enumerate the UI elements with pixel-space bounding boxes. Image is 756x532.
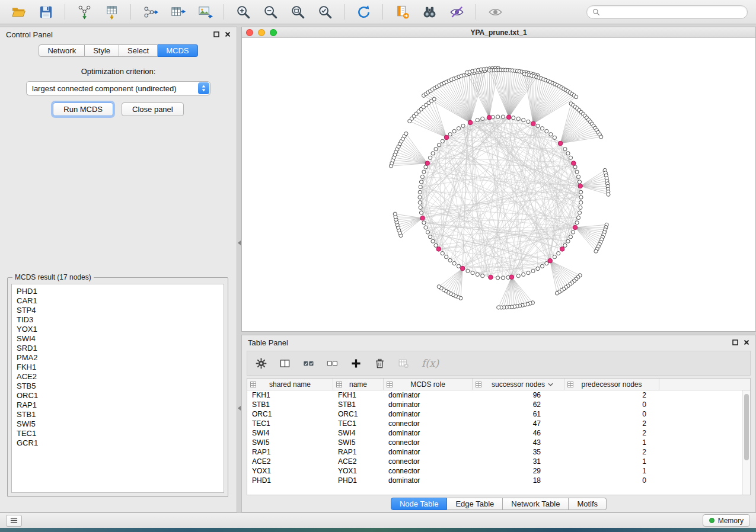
mcds-buttons: Run MCDS Close panel bbox=[0, 102, 237, 116]
tab-node-table[interactable]: Node Table bbox=[391, 498, 448, 510]
table-row[interactable]: STB1STB1dominator620 bbox=[247, 400, 742, 409]
cell-name: YOX1 bbox=[333, 467, 384, 475]
mcds-result-item[interactable]: PHD1 bbox=[12, 287, 224, 296]
zoom-fit-button[interactable] bbox=[285, 2, 310, 22]
column-header-successor-nodes[interactable]: successor nodes bbox=[473, 379, 564, 390]
mcds-result-item[interactable]: STB1 bbox=[12, 410, 224, 419]
zoom-out-button[interactable] bbox=[258, 2, 283, 22]
mcds-result-item[interactable]: CAR1 bbox=[12, 296, 224, 306]
table-row[interactable]: SWI4SWI4dominator462 bbox=[247, 428, 742, 438]
table-row[interactable]: PHD1PHD1dominator180 bbox=[247, 476, 742, 485]
criterion-dropdown[interactable]: largest connected component (undirected) bbox=[26, 81, 210, 95]
mcds-result-item[interactable]: TID3 bbox=[12, 315, 224, 325]
table-row[interactable]: ORC1ORC1dominator610 bbox=[247, 409, 742, 419]
import-network-icon bbox=[76, 4, 92, 20]
table-panel-header: Table Panel bbox=[242, 335, 755, 350]
cell-name: SWI5 bbox=[333, 438, 384, 447]
gear-icon[interactable] bbox=[256, 358, 267, 369]
mcds-result-item[interactable]: YOX1 bbox=[12, 325, 224, 334]
table-scrollbar[interactable] bbox=[742, 390, 750, 495]
mcds-result-item[interactable]: SRD1 bbox=[12, 344, 224, 353]
open-folder-button[interactable] bbox=[6, 2, 31, 22]
delete-row-icon[interactable] bbox=[374, 358, 385, 369]
tab-mcds[interactable]: MCDS bbox=[158, 44, 197, 57]
hide-eye-button[interactable] bbox=[444, 2, 469, 22]
share-document-button[interactable] bbox=[390, 2, 414, 22]
column-header-name[interactable]: name bbox=[333, 379, 384, 390]
mcds-result-item[interactable]: FKH1 bbox=[12, 363, 224, 372]
column-header-shared-name[interactable]: shared name bbox=[247, 379, 333, 390]
deselect-all-icon[interactable] bbox=[327, 358, 338, 369]
status-menu-button[interactable] bbox=[6, 515, 22, 527]
table-row[interactable]: TEC1TEC1connector472 bbox=[247, 419, 742, 428]
table-row[interactable]: RAP1RAP1dominator352 bbox=[247, 447, 742, 457]
save-button[interactable] bbox=[33, 2, 58, 22]
mcds-result-item[interactable]: STP4 bbox=[12, 306, 224, 315]
add-row-icon[interactable] bbox=[350, 358, 362, 369]
mcds-result-list[interactable]: PHD1CAR1STP4TID3YOX1SWI4SRD1PMA2FKH1ACE2… bbox=[11, 284, 224, 493]
zoom-out-icon bbox=[263, 4, 279, 20]
tab-style[interactable]: Style bbox=[85, 44, 119, 57]
search-input[interactable] bbox=[603, 8, 742, 16]
zoom-in-button[interactable] bbox=[231, 2, 256, 22]
vertical-splitter[interactable] bbox=[237, 27, 241, 512]
export-table-button[interactable] bbox=[165, 2, 190, 22]
network-view[interactable] bbox=[242, 38, 755, 331]
mcds-result-item[interactable]: SWI5 bbox=[12, 419, 224, 429]
tab-edge-table[interactable]: Edge Table bbox=[447, 498, 503, 510]
memory-button[interactable]: Memory bbox=[703, 514, 750, 527]
scrollbar-thumb[interactable] bbox=[744, 394, 749, 460]
table-row[interactable]: FKH1FKH1dominator962 bbox=[247, 390, 742, 400]
cell-mcds-role: connector bbox=[384, 467, 473, 475]
disabled-table-icon[interactable] bbox=[398, 358, 409, 369]
show-eye-button[interactable] bbox=[483, 2, 508, 22]
table-row[interactable]: ACE2ACE2connector311 bbox=[247, 457, 742, 466]
close-panel-icon[interactable] bbox=[225, 31, 231, 37]
cell-mcds-role: dominator bbox=[384, 429, 473, 437]
mcds-result-item[interactable]: ORC1 bbox=[12, 391, 224, 400]
cell-mcds-role: connector bbox=[384, 419, 473, 428]
cell-mcds-role: dominator bbox=[384, 448, 473, 456]
mcds-result-title: MCDS result (17 nodes) bbox=[12, 273, 94, 281]
memory-status-icon bbox=[709, 518, 714, 523]
tab-motifs[interactable]: Motifs bbox=[569, 498, 607, 510]
mcds-result-item[interactable]: ACE2 bbox=[12, 372, 224, 382]
cell-shared-name: ACE2 bbox=[247, 457, 333, 466]
refresh-button[interactable] bbox=[351, 2, 376, 22]
cell-predecessor-nodes: 2 bbox=[564, 429, 659, 437]
cell-name: TEC1 bbox=[333, 419, 384, 428]
select-all-icon[interactable] bbox=[303, 358, 314, 369]
table-row[interactable]: SWI5SWI5connector431 bbox=[247, 438, 742, 447]
mcds-result-item[interactable]: SWI4 bbox=[12, 334, 224, 344]
mcds-result-item[interactable]: STB5 bbox=[12, 382, 224, 391]
cell-name: FKH1 bbox=[333, 391, 384, 399]
zoom-in-icon bbox=[235, 4, 251, 20]
import-table-button[interactable] bbox=[99, 2, 124, 22]
columns-icon[interactable] bbox=[279, 358, 291, 369]
column-header-predecessor-nodes[interactable]: predecessor nodes bbox=[564, 379, 659, 390]
mcds-result-item[interactable]: RAP1 bbox=[12, 400, 224, 410]
column-header-MCDS-role[interactable]: MCDS role bbox=[384, 379, 473, 390]
close-table-panel-icon[interactable] bbox=[744, 339, 749, 345]
run-mcds-button[interactable]: Run MCDS bbox=[53, 102, 113, 116]
mcds-result-item[interactable]: GCR1 bbox=[12, 438, 224, 448]
tab-network[interactable]: Network bbox=[39, 44, 85, 57]
cell-shared-name: SWI4 bbox=[247, 429, 333, 437]
close-panel-button[interactable]: Close panel bbox=[122, 102, 184, 116]
tab-network-table[interactable]: Network Table bbox=[503, 498, 569, 510]
zoom-fit-icon bbox=[290, 4, 306, 20]
table-row[interactable]: YOX1YOX1connector291 bbox=[247, 466, 742, 476]
mcds-result-item[interactable]: TEC1 bbox=[12, 429, 224, 438]
import-network-button[interactable] bbox=[72, 2, 97, 22]
dropdown-stepper-icon bbox=[198, 82, 209, 94]
mcds-result-item[interactable]: PMA2 bbox=[12, 353, 224, 363]
float-panel-icon[interactable] bbox=[213, 31, 219, 37]
cell-shared-name: ORC1 bbox=[247, 410, 333, 418]
binoculars-button[interactable] bbox=[417, 2, 442, 22]
zoom-selected-button[interactable] bbox=[312, 2, 337, 22]
export-image-button[interactable] bbox=[192, 2, 217, 22]
column-type-icon bbox=[476, 382, 481, 387]
float-table-panel-icon[interactable] bbox=[732, 339, 738, 345]
tab-select[interactable]: Select bbox=[119, 44, 158, 57]
export-network-button[interactable] bbox=[138, 2, 162, 22]
